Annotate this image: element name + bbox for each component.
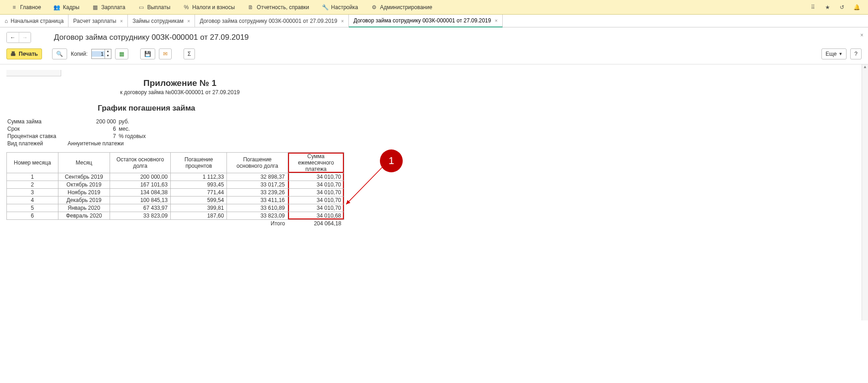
- menu-nalogi[interactable]: % Налоги и взносы: [177, 4, 241, 11]
- loan-params: Сумма займа 200 000 руб. Срок 6 мес. Про…: [6, 117, 149, 148]
- param-value: 200 000: [68, 118, 118, 125]
- cell-rest: 33 823,09: [110, 212, 170, 220]
- spin-up-icon[interactable]: ▲: [105, 49, 111, 54]
- menu-label: Кадры: [63, 4, 79, 11]
- col-header: Месяц: [58, 153, 110, 173]
- cell-n: 6: [7, 212, 58, 220]
- help-button[interactable]: ?: [850, 48, 862, 59]
- menu-admin[interactable]: ⚙ Администрирование: [364, 4, 438, 11]
- param-label: Срок: [7, 126, 67, 132]
- apps-icon[interactable]: ⠿: [809, 3, 817, 11]
- scroll-up-icon[interactable]: ▲: [862, 64, 868, 71]
- close-icon[interactable]: ×: [120, 18, 123, 24]
- param-label: Вид платежей: [7, 140, 67, 147]
- param-label: Сумма займа: [7, 118, 67, 125]
- table-export-icon: ▦: [119, 51, 124, 57]
- cell-payment: 34 010,70: [288, 197, 344, 204]
- menu-label: Главное: [20, 4, 41, 11]
- copies-spinner[interactable]: ▲ ▼: [91, 49, 111, 59]
- cell-principal: 33 239,26: [227, 189, 288, 197]
- menu-vyplaty[interactable]: ▭ Выплаты: [132, 4, 177, 11]
- cell-payment: 34 010,70: [288, 173, 344, 181]
- tab-dogovor-2[interactable]: Договор займа сотруднику 00ЗК-000001 от …: [349, 15, 503, 27]
- tab-label: Расчет зарплаты: [73, 18, 116, 24]
- nav-forward-button[interactable]: →: [19, 32, 31, 43]
- menu-label: Настройка: [331, 4, 358, 11]
- tab-label: Договор займа сотруднику 00ЗК-000001 от …: [200, 18, 337, 24]
- percent-icon: %: [183, 4, 189, 11]
- menu-label: Налоги и взносы: [192, 4, 235, 11]
- tab-label: Начальная страница: [11, 18, 63, 24]
- sum-button[interactable]: Σ: [184, 48, 195, 59]
- wallet-icon: ▭: [138, 4, 144, 11]
- menu-system-icons: ⠿ ★ ↺ 🔔: [809, 3, 863, 11]
- menu-main[interactable]: ≡ Главное: [5, 4, 47, 11]
- cell-n: 5: [7, 204, 58, 212]
- cell-rest: 100 845,13: [110, 197, 170, 204]
- cell-month: Декабрь 2019: [58, 197, 110, 204]
- chevron-down-icon: ▼: [838, 52, 842, 56]
- doc-section-title: График погашения займа: [98, 104, 353, 113]
- main-menu: ≡ Главное 👥 Кадры ▦ Зарплата ▭ Выплаты %…: [0, 0, 868, 15]
- magnifier-icon: 🔍: [56, 51, 63, 57]
- nav-buttons: ← →: [6, 32, 31, 43]
- history-icon[interactable]: ↺: [838, 3, 846, 11]
- copies-input[interactable]: [92, 51, 105, 57]
- menu-nastroika[interactable]: 🔧 Настройка: [316, 4, 364, 11]
- more-button[interactable]: Еще ▼: [821, 48, 847, 59]
- close-page-icon[interactable]: ×: [860, 32, 863, 38]
- tab-dogovor-1[interactable]: Договор займа сотруднику 00ЗК-000001 от …: [195, 15, 349, 27]
- page-title: Договор займа сотруднику 00ЗК-000001 от …: [54, 33, 249, 42]
- cell-rest: 67 433,97: [110, 204, 170, 212]
- calendar-icon: ▦: [92, 4, 99, 11]
- tab-bar: ⌂ Начальная страница Расчет зарплаты × З…: [0, 15, 868, 27]
- param-value: Аннуитетные платежи: [68, 140, 148, 147]
- tab-label: Займы сотрудникам: [132, 18, 184, 24]
- print-button[interactable]: 🖶 Печать: [6, 48, 42, 59]
- cell-n: 1: [7, 173, 58, 181]
- close-icon[interactable]: ×: [187, 18, 190, 24]
- annotation-badge: 1: [380, 149, 403, 172]
- tab-home[interactable]: ⌂ Начальная страница: [0, 15, 68, 27]
- total-value: 204 064,18: [288, 220, 344, 228]
- bell-icon[interactable]: 🔔: [852, 3, 861, 11]
- param-label: Процентная ставка: [7, 133, 67, 139]
- tab-raschet[interactable]: Расчет зарплаты ×: [68, 15, 128, 27]
- home-icon: ⌂: [5, 18, 8, 24]
- table-row: 6Февраль 202033 823,09187,6033 823,0934 …: [7, 212, 344, 220]
- nav-back-button[interactable]: ←: [7, 32, 19, 43]
- cell-payment: 34 010,70: [288, 189, 344, 197]
- cell-n: 2: [7, 181, 58, 189]
- cell-rest: 134 084,38: [110, 189, 170, 197]
- diskette-icon: 💾: [144, 51, 151, 57]
- more-label: Еще: [826, 51, 836, 57]
- excel-button[interactable]: ▦: [115, 48, 128, 59]
- save-button[interactable]: 💾: [140, 48, 155, 59]
- menu-zarplata[interactable]: ▦ Зарплата: [86, 4, 132, 11]
- print-label: Печать: [19, 51, 38, 57]
- param-unit: руб.: [119, 118, 148, 125]
- cell-n: 3: [7, 189, 58, 197]
- doc-subtitle: к договору займа №00ЗК-000001 от 27.09.2…: [6, 89, 353, 96]
- cell-interest: 599,54: [171, 197, 227, 204]
- close-icon[interactable]: ×: [494, 18, 497, 23]
- mail-button[interactable]: ✉: [159, 48, 172, 59]
- schedule-table: Номер месяца Месяц Остаток основного дол…: [6, 152, 344, 227]
- tab-zaimy[interactable]: Займы сотрудникам ×: [128, 15, 195, 27]
- menu-icon: ≡: [11, 4, 17, 11]
- vertical-scrollbar[interactable]: ▲: [862, 64, 868, 320]
- document-content: Приложение № 1 к договору займа №00ЗК-00…: [0, 64, 868, 233]
- star-icon[interactable]: ★: [823, 3, 831, 11]
- close-icon[interactable]: ×: [341, 18, 344, 24]
- menu-label: Выплаты: [147, 4, 170, 11]
- preview-button[interactable]: 🔍: [52, 48, 67, 59]
- menu-label: Отчетность, справки: [257, 4, 309, 11]
- menu-otchetnost[interactable]: 🗎 Отчетность, справки: [241, 4, 316, 11]
- spin-down-icon[interactable]: ▼: [105, 54, 111, 59]
- col-header: Погашение основного долга: [227, 153, 288, 173]
- cell-interest: 771,44: [171, 189, 227, 197]
- mail-icon: ✉: [163, 51, 168, 57]
- menu-kadry[interactable]: 👥 Кадры: [47, 4, 86, 11]
- param-value: 7: [68, 133, 118, 139]
- col-header: Номер месяца: [7, 153, 58, 173]
